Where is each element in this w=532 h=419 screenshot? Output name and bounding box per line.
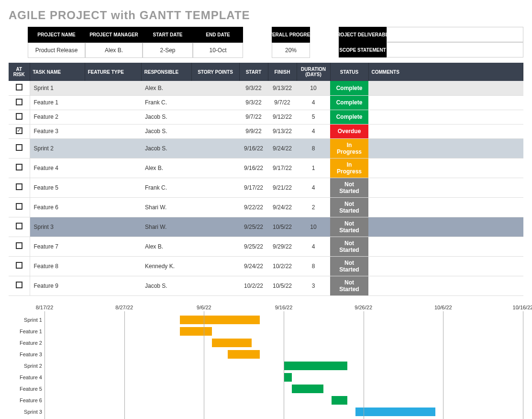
cell-story[interactable]: [191, 95, 239, 110]
at-risk-checkbox[interactable]: [16, 113, 22, 120]
cell-start[interactable]: 9/24/22: [239, 256, 268, 276]
cell-start[interactable]: 9/3/22: [239, 81, 268, 95]
cell-comments[interactable]: [368, 138, 523, 158]
cell-comments[interactable]: [368, 158, 523, 178]
cell-resp[interactable]: Alex B.: [141, 81, 191, 95]
at-risk-checkbox[interactable]: [16, 84, 22, 91]
cell-start[interactable]: 9/3/22: [239, 95, 268, 110]
cell-task[interactable]: Feature 9: [30, 276, 85, 295]
cell-feature[interactable]: [85, 178, 141, 197]
cell-finish[interactable]: 9/24/22: [268, 197, 297, 217]
cell-feature[interactable]: [85, 256, 141, 276]
cell-start[interactable]: 9/7/22: [239, 110, 268, 124]
cell-duration[interactable]: 4: [297, 95, 330, 110]
cell-finish[interactable]: 9/13/22: [268, 81, 297, 95]
cell-duration[interactable]: 10: [297, 217, 330, 237]
cell-duration[interactable]: 4: [297, 178, 330, 197]
cell-comments[interactable]: [368, 237, 523, 256]
cell-resp[interactable]: Jacob S.: [141, 276, 191, 295]
gantt-bar[interactable]: [212, 339, 252, 347]
cell-start[interactable]: 9/22/22: [239, 197, 268, 217]
meta-value-end[interactable]: 10-Oct: [193, 43, 243, 58]
meta-value-scope[interactable]: [387, 42, 523, 57]
cell-story[interactable]: [191, 237, 239, 256]
cell-status[interactable]: In Progress: [330, 138, 368, 158]
cell-finish[interactable]: 9/12/22: [268, 110, 297, 124]
cell-finish[interactable]: 10/5/22: [268, 276, 297, 295]
cell-comments[interactable]: [368, 95, 523, 110]
cell-duration[interactable]: 4: [297, 237, 330, 256]
cell-task[interactable]: Feature 5: [30, 178, 85, 197]
cell-start[interactable]: 9/25/22: [239, 237, 268, 256]
at-risk-checkbox[interactable]: [16, 242, 22, 249]
cell-feature[interactable]: [85, 138, 141, 158]
cell-comments[interactable]: [368, 217, 523, 237]
gantt-bar[interactable]: [180, 316, 260, 324]
cell-story[interactable]: [191, 138, 239, 158]
at-risk-checkbox[interactable]: [16, 144, 22, 151]
gantt-bar[interactable]: [355, 408, 435, 416]
cell-story[interactable]: [191, 276, 239, 295]
at-risk-checkbox[interactable]: [16, 262, 22, 269]
meta-value-manager[interactable]: Alex B.: [85, 43, 143, 58]
cell-story[interactable]: [191, 158, 239, 178]
cell-finish[interactable]: 10/5/22: [268, 217, 297, 237]
cell-status[interactable]: Complete: [330, 95, 368, 110]
at-risk-checkbox[interactable]: [16, 282, 22, 288]
cell-status[interactable]: Not Started: [330, 197, 368, 217]
cell-duration[interactable]: 5: [297, 110, 330, 124]
cell-status[interactable]: Not Started: [330, 256, 368, 276]
cell-feature[interactable]: [85, 81, 141, 95]
cell-resp[interactable]: Shari W.: [141, 197, 191, 217]
cell-feature[interactable]: [85, 158, 141, 178]
at-risk-checkbox[interactable]: [16, 203, 22, 210]
meta-value-start[interactable]: 2-Sep: [143, 43, 193, 58]
gantt-bar[interactable]: [180, 327, 212, 336]
cell-finish[interactable]: 9/29/22: [268, 237, 297, 256]
cell-story[interactable]: [191, 256, 239, 276]
cell-task[interactable]: Sprint 1: [30, 81, 85, 95]
cell-resp[interactable]: Jacob S.: [141, 124, 191, 138]
cell-start[interactable]: 9/9/22: [239, 124, 268, 138]
cell-comments[interactable]: [368, 197, 523, 217]
at-risk-checkbox[interactable]: [16, 99, 22, 105]
cell-story[interactable]: [191, 217, 239, 237]
gantt-bar[interactable]: [332, 396, 347, 405]
cell-task[interactable]: Feature 4: [30, 158, 85, 178]
cell-resp[interactable]: Kennedy K.: [141, 256, 191, 276]
cell-duration[interactable]: 3: [297, 276, 330, 295]
cell-start[interactable]: 9/16/22: [239, 158, 268, 178]
cell-feature[interactable]: [85, 95, 141, 110]
cell-duration[interactable]: 10: [297, 81, 330, 95]
cell-feature[interactable]: [85, 110, 141, 124]
cell-start[interactable]: 9/17/22: [239, 178, 268, 197]
cell-status[interactable]: Not Started: [330, 276, 368, 295]
cell-status[interactable]: In Progress: [330, 158, 368, 178]
gantt-bar[interactable]: [284, 362, 347, 370]
cell-finish[interactable]: 9/7/22: [268, 95, 297, 110]
cell-task[interactable]: Sprint 3: [30, 217, 85, 237]
cell-status[interactable]: Complete: [330, 81, 368, 95]
cell-start[interactable]: 10/2/22: [239, 276, 268, 295]
cell-story[interactable]: [191, 110, 239, 124]
cell-finish[interactable]: 9/24/22: [268, 138, 297, 158]
at-risk-checkbox[interactable]: [16, 223, 22, 229]
cell-story[interactable]: [191, 124, 239, 138]
at-risk-checkbox[interactable]: [16, 183, 22, 190]
cell-duration[interactable]: 8: [297, 138, 330, 158]
cell-start[interactable]: 9/25/22: [239, 217, 268, 237]
cell-comments[interactable]: [368, 110, 523, 124]
cell-feature[interactable]: [85, 237, 141, 256]
cell-resp[interactable]: Alex B.: [141, 237, 191, 256]
cell-comments[interactable]: [368, 256, 523, 276]
cell-task[interactable]: Feature 7: [30, 237, 85, 256]
cell-comments[interactable]: [368, 178, 523, 197]
cell-task[interactable]: Sprint 2: [30, 138, 85, 158]
cell-story[interactable]: [191, 197, 239, 217]
cell-resp[interactable]: Frank C.: [141, 95, 191, 110]
cell-status[interactable]: Not Started: [330, 217, 368, 237]
cell-task[interactable]: Feature 2: [30, 110, 85, 124]
cell-duration[interactable]: 4: [297, 124, 330, 138]
cell-task[interactable]: Feature 8: [30, 256, 85, 276]
cell-start[interactable]: 9/16/22: [239, 138, 268, 158]
